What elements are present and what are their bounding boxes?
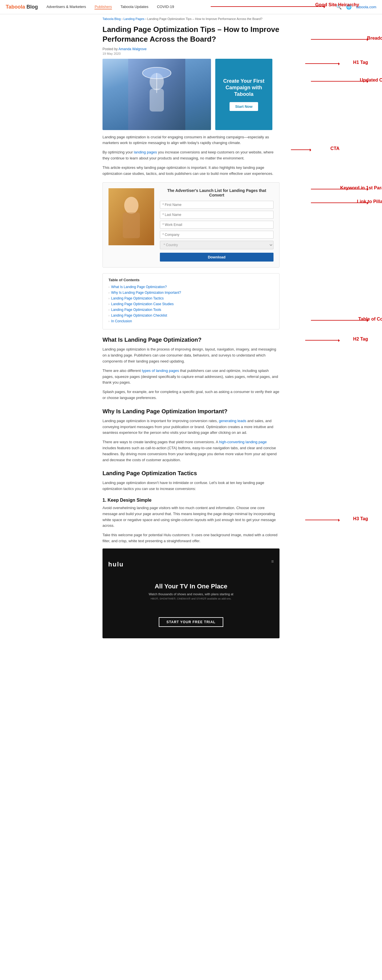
nav-publishers[interactable]: Publishers [94,5,112,10]
cta-button[interactable]: Start Now [230,102,258,111]
generating-leads-link[interactable]: generating leads [219,419,246,423]
section1-para1: Landing page optimization is the process… [102,347,280,364]
hero-image [102,59,211,130]
section3-intro: Landing page optimization doesn't have t… [102,480,280,492]
annotation-toc: Table of Contents [358,317,382,322]
company-input[interactable] [160,231,273,239]
section1-para2: There are also different types of landin… [102,368,280,386]
toc-arrow-1: › [109,285,109,289]
article-h1: Landing Page Optimization Tips – How to … [102,25,280,44]
annotation-h3: H3 Tag [353,516,368,521]
hulu-tagline: All Your TV In One Place [155,583,227,590]
annotation-updated-content: Updated Content [360,78,382,83]
breadcrumb-divider: › [145,17,147,21]
email-input[interactable] [160,221,273,229]
hero-section: Create Your First Campaign with Taboola … [102,59,280,130]
date-line: 19 May 2020 [102,52,280,55]
toc-link-4[interactable]: Landing Page Optimization Case Studies [111,302,174,306]
intro-para-3: This article explores why landing page o… [102,165,280,177]
annotation-arrow-pillar [311,202,368,203]
annotation-arrow-h3 [305,520,339,520]
annotation-arrow-hierarchy [211,6,325,7]
toc-item-6: › Landing Page Optimization Checklist [109,313,273,317]
country-select[interactable]: * Country [160,241,273,249]
toc-title: Table of Contents [109,278,273,282]
annotation-cta: CTA [330,146,339,151]
section2-para1: Landing page optimization is important f… [102,418,280,436]
annotation-arrow-cta [291,150,311,150]
lead-form-title: The Advertiser's Launch List for Landing… [160,188,273,197]
toc-link-7[interactable]: In Conclusion [111,319,132,323]
intro-para-1: Landing page optimization is crucial for… [102,134,280,146]
annotation-keyword: Keyword in 1st Paragraph [340,185,382,191]
breadcrumb-home[interactable]: Taboola Blog [102,17,121,21]
toc-item-2: › Why Is Landing Page Optimization Impor… [109,291,273,294]
annotation-arrow-updated [311,81,368,81]
annotation-arrow-keyword [311,189,368,189]
toc-arrow-7: › [109,320,109,323]
annotation-arrow-toc [311,320,368,321]
toc-arrow-2: › [109,291,109,294]
svg-rect-7 [123,213,140,238]
breadcrumb-parent[interactable]: Landing Pages [123,17,144,21]
hulu-sub: Watch thousands of shows and movies, wit… [149,592,233,596]
section-h3-1: 1. Keep Design Simple [102,498,280,503]
hulu-fine-print: HBO®, SHOWTIME®, CINEMAX® and STARZ® ava… [151,597,232,600]
section-h2-1: What Is Landing Page Optimization? [102,337,280,343]
lead-form-content: The Advertiser's Launch List for Landing… [160,188,273,261]
breadcrumb-current: Landing Page Optimization Tips – How to … [147,17,263,21]
cta-box: Create Your First Campaign with Taboola … [215,59,272,130]
toc-link-1[interactable]: What Is Landing Page Optimization? [111,285,167,289]
hero-image-placeholder [102,59,211,130]
toc-arrow-4: › [109,302,109,306]
author-link[interactable]: Amanda Walgrove [118,47,147,51]
section2-para2: There are ways to create landing pages t… [102,439,280,463]
toc-item-4: › Landing Page Optimization Case Studies [109,302,273,306]
toc-item-7: › In Conclusion [109,319,273,323]
cta-title: Create Your First Campaign with Taboola [219,78,268,98]
annotation-h2: H2 Tag [353,337,368,342]
hulu-cta-button[interactable]: START YOUR FREE TRIAL [159,617,223,627]
breadcrumb: Taboola Blog › Landing Pages › Landing P… [102,14,280,22]
landing-pages-link[interactable]: landing pages [134,150,157,154]
nav-links: Advertisers & Marketers Publishers Taboo… [46,5,336,10]
section-h2-3: Landing Page Optimization Tactics [102,470,280,477]
lead-form-box: The Advertiser's Launch List for Landing… [102,182,280,267]
last-name-input[interactable] [160,211,273,219]
site-logo[interactable]: Taboola Blog [6,4,38,10]
toc-box: Table of Contents › What Is Landing Page… [102,273,280,329]
toc-item-5: › Landing Page Optimization Tools [109,308,273,312]
high-converting-link[interactable]: high-converting landing page [219,440,267,444]
annotation-arrow-h1 [305,63,339,64]
toc-arrow-6: › [109,314,109,317]
nav-advertisers[interactable]: Advertisers & Marketers [46,5,86,10]
toc-link-3[interactable]: Landing Page Optimization Tactics [111,296,164,300]
hulu-nav: ☰ [271,560,274,563]
toc-item-1: › What Is Landing Page Optimization? [109,285,273,289]
toc-link-5[interactable]: Landing Page Optimization Tools [111,308,161,312]
annotation-arrow-breadcrumbs [311,39,368,40]
section3-sub1-para2: Take this welcome page for potential Hul… [102,532,280,544]
toc-item-3: › Landing Page Optimization Tactics [109,296,273,300]
annotation-arrow-h2 [305,340,339,340]
nav-taboola-updates[interactable]: Taboola Updates [120,5,149,10]
nav-covid[interactable]: COVID-19 [157,5,174,10]
svg-point-6 [124,197,139,214]
first-name-input[interactable] [160,201,273,209]
annotation-h1: H1 Tag [353,60,368,65]
intro-para-2: By optimizing your landing pages you inc… [102,150,280,161]
hulu-example-box: hulu ☰ All Your TV In One Place Watch th… [102,549,280,638]
hulu-logo: hulu [108,561,124,568]
toc-link-2[interactable]: Why Is Landing Page Optimization Importa… [111,291,181,294]
toc-arrow-3: › [109,297,109,300]
section1-para3: Splash pages, for example, are for compl… [102,389,280,401]
lead-form-image [109,188,154,245]
section3-sub1-para1: Avoid overwhelming landing page visitors… [102,505,280,529]
toc-link-6[interactable]: Landing Page Optimization Checklist [111,313,167,317]
author-line: Posted by Amanda Walgrove [102,47,280,51]
download-button[interactable]: Download [160,253,273,261]
section-h2-2: Why Is Landing Page Optimization Importa… [102,408,280,415]
types-of-landing-pages-link[interactable]: types of landing pages [142,369,179,373]
toc-arrow-5: › [109,308,109,312]
